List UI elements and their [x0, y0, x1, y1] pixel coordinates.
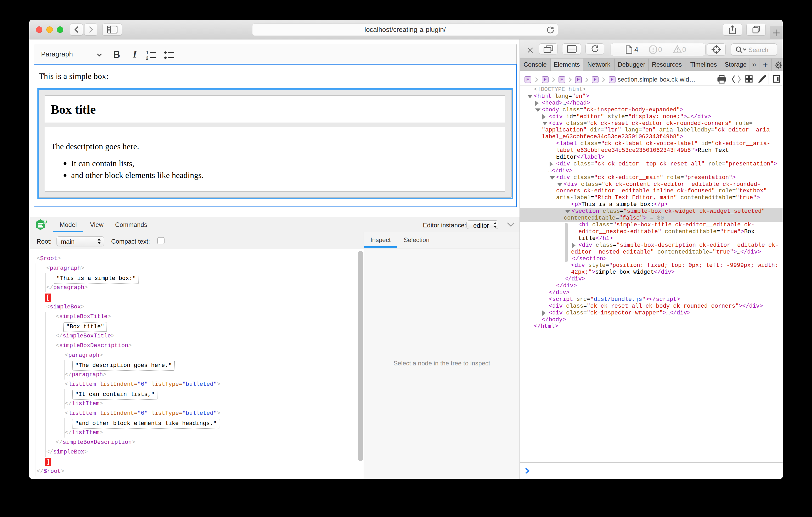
svg-text:2: 2 — [146, 56, 148, 61]
svg-text:1: 1 — [146, 51, 148, 55]
svg-text:5: 5 — [44, 220, 46, 223]
